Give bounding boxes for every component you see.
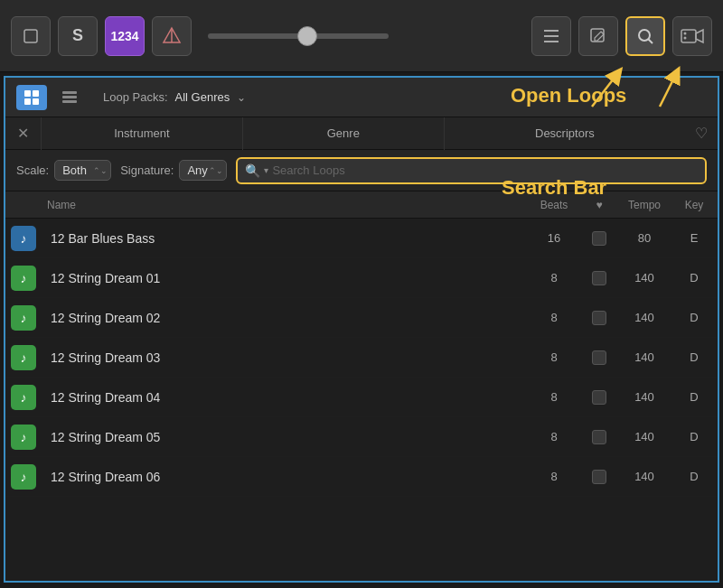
row-name: 12 String Dream 02 — [43, 311, 522, 325]
row-beats: 16 — [522, 231, 586, 245]
toolbar-right-icons — [531, 16, 712, 56]
scale-select[interactable]: Both Major Minor — [54, 160, 111, 181]
table-header: Name Beats ♥ Tempo Key — [5, 191, 718, 219]
table-row[interactable]: ♪ 12 String Dream 04 8 140 D — [5, 378, 718, 417]
row-key: D — [676, 271, 712, 285]
table-row[interactable]: ♪ 12 String Dream 05 8 140 D — [5, 417, 718, 457]
toolbar: S 1234 — [0, 0, 723, 72]
svg-rect-18 — [62, 91, 77, 94]
table-row[interactable]: ♪ 12 Bar Blues Bass 16 80 E — [5, 219, 718, 258]
heart-checkbox[interactable] — [592, 231, 606, 246]
row-name: 12 String Dream 01 — [43, 271, 522, 285]
table-row[interactable]: ♪ 12 String Dream 03 8 140 D — [5, 338, 718, 378]
row-name: 12 String Dream 06 — [43, 470, 522, 484]
filter-tab-heart[interactable]: ♡ — [685, 117, 718, 150]
svg-point-13 — [684, 36, 687, 39]
col-header-heart: ♥ — [586, 199, 613, 211]
row-tempo: 140 — [613, 271, 676, 285]
filter-tab-instrument[interactable]: Instrument — [42, 117, 243, 150]
row-beats: 8 — [522, 271, 586, 285]
row-icon: ♪ — [11, 464, 36, 490]
toolbar-search-loops-icon-btn[interactable] — [625, 16, 665, 56]
row-icon: ♪ — [11, 425, 36, 450]
panel-header: Loop Packs: All Genres ⌄ — [5, 78, 718, 117]
svg-point-12 — [684, 32, 687, 34]
col-header-tempo: Tempo — [613, 199, 676, 211]
row-heart[interactable] — [586, 430, 613, 444]
svg-rect-15 — [33, 90, 39, 97]
heart-checkbox[interactable] — [592, 430, 606, 444]
col-header-name: Name — [43, 199, 522, 211]
svg-rect-0 — [24, 30, 37, 42]
row-icon: ♪ — [11, 266, 36, 291]
main-panel: Loop Packs: All Genres ⌄ ✕ Instrument Ge… — [4, 76, 719, 583]
row-tempo: 80 — [613, 231, 676, 245]
row-icon: ♪ — [11, 305, 36, 331]
row-beats: 8 — [522, 350, 586, 364]
scale-select-wrapper[interactable]: Both Major Minor — [54, 160, 111, 181]
table-row[interactable]: ♪ 12 String Dream 06 8 140 D — [5, 457, 718, 497]
row-name: 12 String Dream 04 — [43, 390, 522, 405]
toolbar-media-icon-btn[interactable] — [672, 16, 712, 56]
table-row[interactable]: ♪ 12 String Dream 02 8 140 D — [5, 298, 718, 338]
filter-tab-genre[interactable]: Genre — [243, 117, 445, 150]
row-tempo: 140 — [613, 350, 676, 364]
row-tempo: 140 — [613, 311, 676, 324]
heart-checkbox[interactable] — [592, 271, 606, 285]
row-heart[interactable] — [586, 390, 613, 405]
table-row[interactable]: ♪ 12 String Dream 01 8 140 D — [5, 258, 718, 298]
row-key: E — [676, 231, 712, 245]
toolbar-slider-area[interactable] — [199, 33, 524, 39]
row-key: D — [676, 311, 712, 324]
view-list-btn[interactable] — [54, 85, 85, 110]
signature-select-wrapper[interactable]: Any 4/4 3/4 — [179, 160, 227, 181]
row-key: D — [676, 390, 712, 404]
svg-rect-19 — [62, 96, 77, 98]
col-header-key: Key — [676, 199, 712, 211]
row-beats: 8 — [522, 430, 586, 443]
row-heart[interactable] — [586, 470, 613, 484]
heart-checkbox[interactable] — [592, 390, 606, 405]
filter-tab-descriptors[interactable]: Descriptors — [445, 117, 685, 150]
row-beats: 8 — [522, 311, 586, 324]
search-input-wrapper[interactable]: 🔍 ▾ Search Loops — [236, 157, 707, 184]
col-header-beats: Beats — [522, 199, 586, 211]
toolbar-slider[interactable] — [208, 33, 389, 39]
toolbar-list-icon-btn[interactable] — [531, 16, 571, 56]
row-heart[interactable] — [586, 231, 613, 246]
svg-marker-10 — [696, 30, 703, 42]
row-heart[interactable] — [586, 271, 613, 285]
row-tempo: 140 — [613, 430, 676, 443]
svg-rect-14 — [24, 90, 31, 97]
toolbar-btn-s[interactable]: S — [58, 16, 98, 56]
row-icon: ♪ — [11, 385, 36, 410]
signature-label: Signature: — [120, 163, 174, 177]
row-key: D — [676, 350, 712, 364]
heart-checkbox[interactable] — [592, 311, 606, 325]
svg-rect-20 — [62, 100, 77, 103]
heart-checkbox[interactable] — [592, 470, 606, 484]
toolbar-edit-icon-btn[interactable] — [578, 16, 618, 56]
toolbar-slider-thumb[interactable] — [297, 26, 317, 46]
scale-group: Scale: Both Major Minor — [16, 160, 111, 181]
loop-packs-value[interactable]: All Genres — [175, 90, 230, 104]
svg-rect-17 — [33, 98, 39, 105]
toolbar-btn-1234[interactable]: 1234 — [105, 16, 145, 56]
loop-packs-arrow-icon[interactable]: ⌄ — [237, 91, 246, 104]
row-heart[interactable] — [586, 311, 613, 325]
filter-tabs: ✕ Instrument Genre Descriptors ♡ — [5, 117, 718, 150]
scale-label: Scale: — [16, 163, 49, 177]
row-beats: 8 — [522, 470, 586, 483]
view-grid-btn[interactable] — [16, 85, 47, 110]
row-name: 12 Bar Blues Bass — [43, 231, 522, 246]
svg-line-8 — [649, 39, 653, 43]
svg-rect-16 — [24, 98, 31, 105]
heart-checkbox[interactable] — [592, 350, 606, 365]
signature-select[interactable]: Any 4/4 3/4 — [179, 160, 227, 181]
row-tempo: 140 — [613, 470, 676, 483]
toolbar-btn-sail[interactable] — [152, 16, 192, 56]
toolbar-btn-generic[interactable] — [11, 16, 51, 56]
row-heart[interactable] — [586, 350, 613, 365]
row-name: 12 String Dream 05 — [43, 430, 522, 444]
filter-close-btn[interactable]: ✕ — [5, 117, 42, 150]
